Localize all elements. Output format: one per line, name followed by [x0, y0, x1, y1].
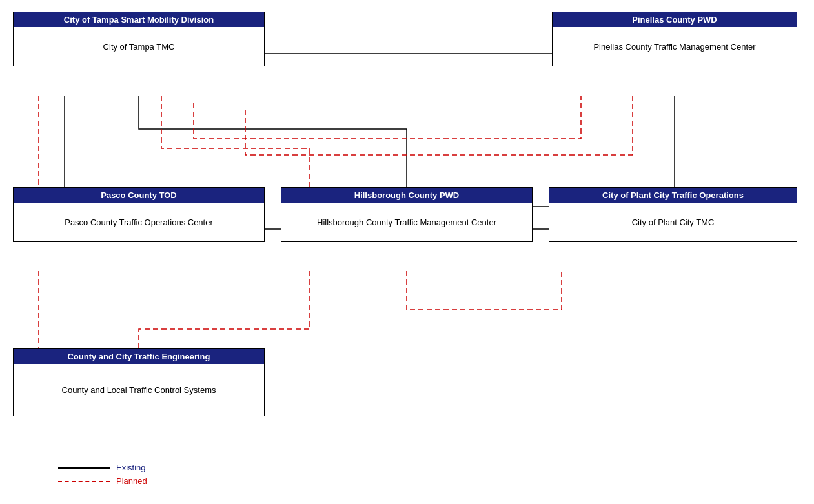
tampa-tmc-body: City of Tampa TMC: [14, 27, 264, 66]
pinellas-tmc-body: Pinellas County Traffic Management Cente…: [553, 27, 797, 66]
legend: Existing Planned: [58, 463, 147, 486]
legend-existing: Existing: [58, 463, 147, 472]
planned-label: Planned: [116, 476, 147, 486]
connections-svg: [0, 0, 814, 504]
legend-planned: Planned: [58, 476, 147, 486]
county-local-node: County and City Traffic Engineering Coun…: [13, 348, 265, 416]
tampa-tmc-header: City of Tampa Smart Mobility Division: [14, 12, 264, 27]
hillsborough-tmc-header: Hillsborough County PWD: [281, 188, 532, 203]
pasco-toc-body: Pasco County Traffic Operations Center: [14, 203, 264, 241]
plant-city-tmc-node: City of Plant City Traffic Operations Ci…: [549, 187, 797, 242]
existing-label: Existing: [116, 463, 146, 472]
pasco-toc-header: Pasco County TOD: [14, 188, 264, 203]
plant-city-tmc-body: City of Plant City TMC: [549, 203, 797, 241]
pinellas-tmc-node: Pinellas County PWD Pinellas County Traf…: [552, 12, 797, 66]
county-local-header: County and City Traffic Engineering: [14, 349, 264, 364]
hillsborough-tmc-body: Hillsborough County Traffic Management C…: [281, 203, 532, 241]
existing-line-icon: [58, 467, 110, 469]
pasco-toc-node: Pasco County TOD Pasco County Traffic Op…: [13, 187, 265, 242]
diagram-container: City of Tampa Smart Mobility Division Ci…: [0, 0, 814, 504]
plant-city-tmc-header: City of Plant City Traffic Operations: [549, 188, 797, 203]
tampa-tmc-node: City of Tampa Smart Mobility Division Ci…: [13, 12, 265, 66]
pinellas-tmc-header: Pinellas County PWD: [553, 12, 797, 27]
hillsborough-tmc-node: Hillsborough County PWD Hillsborough Cou…: [281, 187, 533, 242]
planned-line-icon: [58, 481, 110, 482]
county-local-body: County and Local Traffic Control Systems: [14, 364, 264, 416]
